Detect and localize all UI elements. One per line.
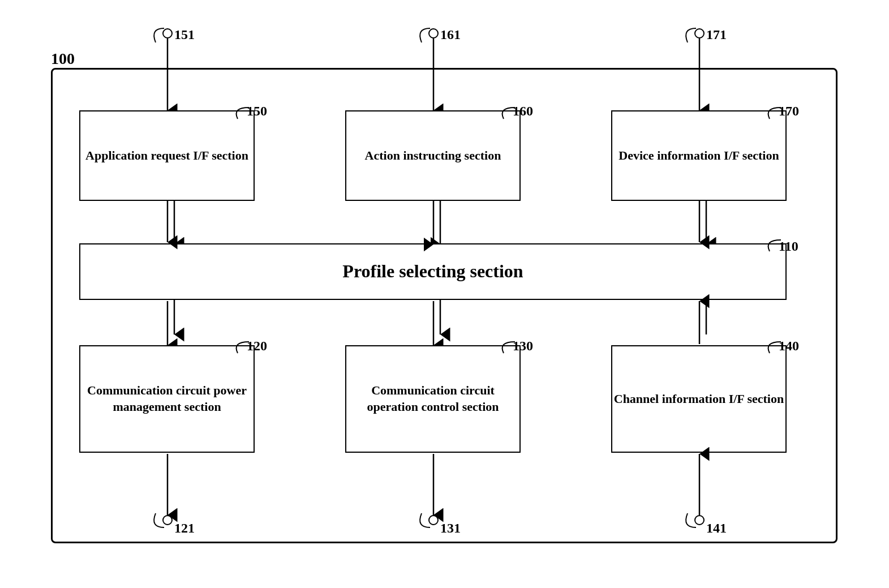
- comm-power-block: Communication circuit power management s…: [79, 345, 255, 453]
- ref-150: 150: [247, 104, 267, 119]
- ref-170: 170: [779, 104, 799, 119]
- outer-box-label: 100: [51, 50, 75, 68]
- ref-120: 120: [247, 338, 267, 354]
- diagram-container: 100: [34, 23, 854, 555]
- device-info-block: Device information I/F section: [611, 110, 787, 201]
- action-instructing-block: Action instructing section: [345, 110, 521, 201]
- ref-121: 121: [174, 521, 195, 536]
- ref-160: 160: [513, 104, 533, 119]
- profile-selecting-block: Profile selecting section: [79, 243, 787, 300]
- ref-140: 140: [779, 338, 799, 354]
- ref-131: 131: [440, 521, 461, 536]
- ref-130: 130: [513, 338, 533, 354]
- ref-110: 110: [779, 239, 798, 254]
- app-request-block: Application request I/F section: [79, 110, 255, 201]
- channel-info-block: Channel information I/F section: [611, 345, 787, 453]
- comm-operation-block: Communication circuit operation control …: [345, 345, 521, 453]
- ref-141: 141: [706, 521, 727, 536]
